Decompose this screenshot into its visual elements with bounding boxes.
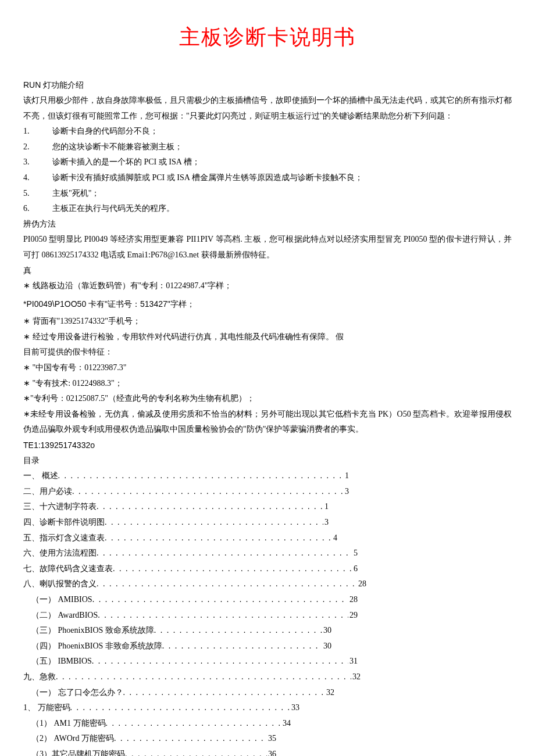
toc-leader: . . . . . . . . . . . . . . . . . . . . … — [123, 685, 326, 701]
toc-page: 34 — [281, 716, 291, 732]
toc-label: 七、故障代码含义速查表 — [23, 561, 113, 577]
list-item: 5.主板"死机"； — [23, 186, 512, 202]
toc-leader: . . . . . . . . . . . . . . . . . . . . … — [98, 608, 348, 624]
list-item: 2.您的这块诊断卡不能兼容被测主板； — [23, 139, 512, 155]
toc-entry: （3）其它品牌机万能密码 . . . . . . . . . . . . . .… — [23, 747, 276, 756]
item-text: 您的这块诊断卡不能兼容被测主板； — [52, 142, 183, 151]
toc-label: （二） AwardBIOS — [31, 608, 98, 624]
toc-leader: . . . . . . . . . . . . . . . . . . . . … — [97, 546, 352, 561]
list-item: ∗ 经过专用设备进行检验，专用软件对代码进行仿真，其电性能及代码准确性有保障。 … — [23, 329, 512, 345]
item-number: 3. — [23, 155, 52, 170]
toc-label: （一） AMIBIOS — [31, 592, 92, 608]
toc-leader: . . . . . . . . . . . . . . . . . . . . … — [97, 499, 323, 515]
toc-entry: 四、诊断卡部件说明图 . . . . . . . . . . . . . . .… — [23, 515, 329, 531]
toc-page: 1 — [323, 499, 329, 515]
toc-label: （3）其它品牌机万能密码 — [31, 747, 125, 756]
toc-entry: （二） AwardBIOS. . . . . . . . . . . . . .… — [23, 608, 358, 624]
toc-label: （四） PhoenixBIOS 非致命系统故障 — [31, 639, 162, 654]
toc-label: （2） AWOrd 万能密码 — [31, 731, 114, 747]
list-item: ∗"专利号：02125087.5"（经查此号的专利名称为生物有机肥）； — [23, 391, 512, 407]
toc-page: 31 — [348, 654, 358, 669]
item-number: 4. — [23, 170, 52, 186]
list-item: 6.主板正在执行与代码无关的程序。 — [23, 201, 512, 217]
toc-entry: （1） AM1 万能密码 . . . . . . . . . . . . . .… — [23, 716, 291, 732]
table-of-contents: 一、 概述 . . . . . . . . . . . . . . . . . … — [23, 468, 512, 756]
toc-page: 29 — [348, 608, 358, 624]
toc-label: （一） 忘了口令怎么办？ — [31, 685, 123, 701]
list-item: ∗ "中国专有号：01223987.3" — [23, 360, 512, 376]
toc-page: 30 — [322, 623, 331, 639]
toc-entry: （三） PhoenixBIOS 致命系统故障 . . . . . . . . .… — [23, 623, 331, 639]
list-item: ∗ 背面有"13925174332"手机号； — [23, 314, 512, 329]
list-item: 3.诊断卡插入的是一个坏的 PCI 或 ISA 槽； — [23, 155, 512, 170]
run-problem-list: 1.诊断卡自身的代码部分不良；2.您的这块诊断卡不能兼容被测主板；3.诊断卡插入… — [23, 124, 512, 217]
toc-entry: 二、用户必读 . . . . . . . . . . . . . . . . .… — [23, 484, 349, 500]
toc-label: 1、 万能密码 — [23, 700, 70, 716]
identify-heading: 辨伪方法 — [23, 217, 512, 232]
toc-leader: . . . . . . . . . . . . . . . . . . . . … — [92, 592, 348, 608]
item-number: 6. — [23, 201, 52, 217]
toc-label: 五、指示灯含义速查表 — [23, 531, 105, 546]
toc-label: 九、急救 — [23, 669, 56, 685]
tel-line: TE1:13925174332o — [23, 438, 512, 453]
item-text: 诊断卡没有插好或插脚脏或 PCI 或 ISA 槽金属弹片生锈等原因造成与诊断卡接… — [52, 173, 363, 182]
toc-entry: 一、 概述 . . . . . . . . . . . . . . . . . … — [23, 468, 349, 484]
toc-label: 八、喇叭报警的含义 — [23, 576, 97, 592]
toc-page: 30 — [322, 639, 331, 654]
toc-leader: . . . . . . . . . . . . . . . . . . . . … — [58, 468, 344, 484]
run-heading: RUN 灯功能介绍 — [23, 77, 512, 93]
toc-label: 三、十六进制字符表 — [23, 499, 97, 515]
toc-entry: 七、故障代码含义速查表 . . . . . . . . . . . . . . … — [23, 561, 358, 577]
toc-leader: . . . . . . . . . . . . . . . . . . . . … — [70, 700, 291, 716]
toc-page: 36 — [267, 747, 276, 756]
toc-leader: . . . . . . . . . . . . . . . . . . . . … — [56, 669, 351, 685]
toc-entry: 六、使用方法流程图 . . . . . . . . . . . . . . . … — [23, 546, 358, 561]
toc-entry: （四） PhoenixBIOS 非致命系统故障 . . . . . . . . … — [23, 639, 331, 654]
toc-label: 四、诊断卡部件说明图 — [23, 515, 105, 531]
toc-entry: （一） AMIBIOS . . . . . . . . . . . . . . … — [23, 592, 358, 608]
toc-entry: 五、指示灯含义速查表 . . . . . . . . . . . . . . .… — [23, 531, 337, 546]
toc-page: 33 — [290, 700, 299, 716]
list-item: *PI0049\P1OO50 卡有"证书号：513427"字样； — [23, 296, 512, 312]
item-text: 诊断卡自身的代码部分不良； — [52, 127, 158, 135]
toc-page: 4 — [332, 531, 337, 546]
toc-entry: （一） 忘了口令怎么办？. . . . . . . . . . . . . . … — [23, 685, 334, 701]
toc-entry: 1、 万能密码 . . . . . . . . . . . . . . . . … — [23, 700, 299, 716]
toc-label: （1） AM1 万能密码 — [31, 716, 106, 732]
identify-paragraph: PI0050 型明显比 PI0049 等经济实用型更兼容 PII1PIV 等高档… — [23, 232, 512, 263]
toc-leader: . . . . . . . . . . . . . . . . . . . . … — [162, 639, 322, 654]
toc-entry: （五） IBMBIOS . . . . . . . . . . . . . . … — [23, 654, 358, 669]
toc-page: 1 — [344, 468, 349, 484]
genuine-items: ∗ 线路板边沿（靠近数码管）有"专利：01224987.4"字样；*PI0049… — [23, 278, 512, 345]
toc-page: 6 — [352, 561, 358, 577]
toc-heading: 目录 — [23, 453, 512, 469]
run-paragraph: 该灯只用极少部件，故自身故障率极低，且只需极少的主板插槽信号，故即使插到一个坏的… — [23, 93, 512, 124]
toc-leader: . . . . . . . . . . . . . . . . . . . . … — [125, 747, 267, 756]
toc-entry: 三、十六进制字符表 . . . . . . . . . . . . . . . … — [23, 499, 329, 515]
toc-page: 3 — [323, 515, 329, 531]
toc-entry: 九、急救 . . . . . . . . . . . . . . . . . .… — [23, 669, 361, 685]
toc-leader: . . . . . . . . . . . . . . . . . . . . … — [113, 561, 352, 577]
list-item: ∗ "专有技术: 01224988.3"； — [23, 376, 512, 392]
item-text: 主板"死机"； — [52, 189, 99, 198]
toc-leader: . . . . . . . . . . . . . . . . . . . . … — [154, 623, 322, 639]
toc-label: （五） IBMBIOS — [31, 654, 92, 669]
item-text: 主板正在执行与代码无关的程序。 — [52, 204, 174, 213]
list-item: 1.诊断卡自身的代码部分不良； — [23, 124, 512, 139]
toc-page: 5 — [352, 546, 358, 561]
toc-label: 二、用户必读 — [23, 484, 72, 500]
toc-leader: . . . . . . . . . . . . . . . . . . . . … — [105, 515, 323, 531]
item-text: 诊断卡插入的是一个坏的 PCI 或 ISA 槽； — [52, 157, 200, 166]
list-item: ∗ 线路板边沿（靠近数码管）有"专利：01224987.4"字样； — [23, 278, 512, 294]
toc-label: （三） PhoenixBIOS 致命系统故障 — [31, 623, 154, 639]
toc-leader: . . . . . . . . . . . . . . . . . . . . … — [105, 531, 332, 546]
list-item: ∗未经专用设备检验，无仿真，偷减及使用劣质和不恰当的材料；另外可能出现以其它低档… — [23, 407, 512, 438]
toc-page: 3 — [344, 484, 349, 500]
toc-entry: 八、喇叭报警的含义 . . . . . . . . . . . . . . . … — [23, 576, 366, 592]
toc-page: 32 — [325, 685, 334, 701]
toc-label: 一、 概述 — [23, 468, 58, 484]
item-number: 2. — [23, 139, 52, 155]
item-number: 5. — [23, 186, 52, 202]
genuine-heading: 真 — [23, 263, 512, 279]
toc-leader: . . . . . . . . . . . . . . . . . . . . … — [92, 654, 348, 669]
